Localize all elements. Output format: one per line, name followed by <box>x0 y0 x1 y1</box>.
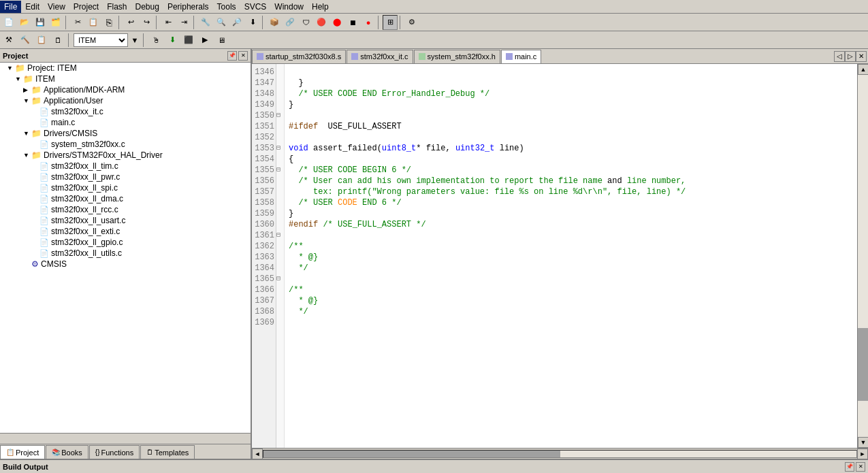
v-scroll-track[interactable] <box>858 75 868 437</box>
dropdown-btn[interactable]: ▼ <box>129 33 140 48</box>
fold-1361[interactable]: ⊟ <box>276 230 284 241</box>
editor-tab-system[interactable]: system_stm32f0xx.h <box>414 50 500 63</box>
v-scroll-up[interactable]: ▲ <box>858 64 868 75</box>
menu-help[interactable]: Help <box>308 1 333 13</box>
h-scroll-left[interactable]: ◄ <box>252 448 263 459</box>
save-btn[interactable]: 💾 <box>33 15 48 30</box>
btn-c[interactable]: 🔧 <box>198 15 213 30</box>
menu-debug[interactable]: Debug <box>131 1 163 13</box>
editor-tab-startup[interactable]: startup_stm32f030x8.s <box>252 50 346 63</box>
menu-svcs[interactable]: SVCS <box>240 1 271 13</box>
h-scroll-track[interactable] <box>263 450 857 458</box>
build-btn[interactable]: ⚒ <box>1 33 16 48</box>
sidebar-pin-btn[interactable]: 📌 <box>227 51 237 61</box>
btn-t3[interactable]: ▶ <box>197 33 212 48</box>
tree-item-pwr[interactable]: 📄 stm32f0xx_ll_pwr.c <box>0 172 251 182</box>
tab-it-label: stm32f0xx_it.c <box>360 52 408 61</box>
btn-e[interactable]: 🔎 <box>229 15 244 30</box>
fold-1365[interactable]: ⊟ <box>276 274 284 284</box>
tree-item-mdk[interactable]: ▶ 📁 Application/MDK-ARM <box>0 84 251 95</box>
tree-item-hal[interactable]: ▼ 📁 Drivers/STM32F0xx_HAL_Driver <box>0 150 251 161</box>
build-close-btn[interactable]: ✕ <box>856 462 865 472</box>
build-pin-btn[interactable]: 📌 <box>845 462 854 472</box>
menu-flash[interactable]: Flash <box>103 1 131 13</box>
tab-functions[interactable]: {} Functions <box>89 445 140 459</box>
tab-scroll-right[interactable]: ▷ <box>845 51 856 62</box>
btn-d[interactable]: 🔍 <box>214 15 229 30</box>
tab-project[interactable]: 📋 Project <box>0 445 45 459</box>
btn-m[interactable]: ● <box>361 15 376 30</box>
tree-item-it[interactable]: 📄 stm32f0xx_it.c <box>0 106 251 117</box>
btn-g[interactable]: 📦 <box>267 15 282 30</box>
fold-1350[interactable]: ⊟ <box>276 110 284 121</box>
code-line-1354: /* USER CODE BEGIN 6 */ <box>289 165 411 175</box>
tree-item-usart[interactable]: 📄 stm32f0xx_ll_usart.c <box>0 215 251 226</box>
tab-scroll-left[interactable]: ◁ <box>834 51 845 62</box>
tree-item-root[interactable]: ▼ 📁 ITEM <box>0 74 251 84</box>
btn-l[interactable]: ⏹ <box>345 15 360 30</box>
tree-item-exti[interactable]: 📄 stm32f0xx_ll_exti.c <box>0 226 251 237</box>
btn-b[interactable]: ⇥ <box>176 15 191 30</box>
tree-item-main[interactable]: 📄 main.c <box>0 117 251 128</box>
menu-edit[interactable]: Edit <box>21 1 44 13</box>
btn-t4[interactable]: 🖥 <box>214 33 229 48</box>
h-scroll-thumb[interactable] <box>263 451 560 457</box>
sep3 <box>156 16 159 29</box>
fold-1355[interactable]: ⊟ <box>276 165 284 176</box>
fold-1353[interactable]: ⊟ <box>276 143 284 154</box>
tree-item-cmsis[interactable]: ⚙ CMSIS <box>0 259 251 270</box>
btn-n[interactable]: ⊞ <box>383 15 398 30</box>
btn-h[interactable]: 🔗 <box>283 15 298 30</box>
tree-item-rcc[interactable]: 📄 stm32f0xx_ll_rcc.c <box>0 204 251 215</box>
menu-peripherals[interactable]: Peripherals <box>163 1 213 13</box>
tree-item-utils[interactable]: 📄 stm32f0xx_ll_utils.c <box>0 248 251 259</box>
target-dropdown[interactable]: ITEM <box>74 33 128 47</box>
cut-btn[interactable]: ✂ <box>70 15 85 30</box>
menubar: File Edit View Project Flash Debug Perip… <box>0 0 868 14</box>
editor-tab-main[interactable]: main.c <box>501 50 541 63</box>
btn-t2[interactable]: ⬛ <box>181 33 196 48</box>
sidebar-close-btn[interactable]: ✕ <box>238 51 248 61</box>
paste-btn[interactable]: ⎘ <box>101 15 116 30</box>
tree-item-dma[interactable]: 📄 stm32f0xx_ll_dma.c <box>0 193 251 204</box>
tree-item-tim[interactable]: 📄 stm32f0xx_ll_tim.c <box>0 161 251 172</box>
tree-item-project[interactable]: ▼ 📁 Project: ITEM <box>0 63 251 74</box>
cmsis-gear-icon: ⚙ <box>31 259 39 269</box>
tree-item-gpio[interactable]: 📄 stm32f0xx_ll_gpio.c <box>0 237 251 248</box>
btn-j[interactable]: 🔴 <box>314 15 329 30</box>
rebuild-btn[interactable]: 🔨 <box>18 33 33 48</box>
v-scroll-thumb[interactable] <box>858 328 868 400</box>
cmsis-label: CMSIS <box>41 259 67 269</box>
redo-btn[interactable]: ↪ <box>139 15 154 30</box>
code-content[interactable]: } /* USER CODE END Error_Handler_Debug *… <box>285 64 857 448</box>
save-all-btn[interactable]: 🗂️ <box>48 15 63 30</box>
btn-t1[interactable]: 🖱 <box>148 33 163 48</box>
tab-books[interactable]: 📚 Books <box>46 445 89 459</box>
btn-f[interactable]: ⬇ <box>245 15 260 30</box>
btn-i[interactable]: 🛡 <box>298 15 313 30</box>
tree-item-drvs-cmsis[interactable]: ▼ 📁 Drivers/CMSIS <box>0 128 251 139</box>
menu-window[interactable]: Window <box>270 1 308 13</box>
btn-k[interactable]: ⬤ <box>329 15 344 30</box>
tree-item-spi[interactable]: 📄 stm32f0xx_ll_spi.c <box>0 182 251 193</box>
new-btn[interactable]: 📄 <box>1 15 16 30</box>
menu-file[interactable]: File <box>0 1 21 13</box>
h-scroll-right[interactable]: ► <box>857 448 868 459</box>
tree-item-sys[interactable]: 📄 system_stm32f0xx.c <box>0 139 251 150</box>
flash-download-btn[interactable]: ⬇ <box>165 33 180 48</box>
btn-s2[interactable]: 🗒 <box>50 33 65 48</box>
menu-view[interactable]: View <box>44 1 69 13</box>
btn-s1[interactable]: 📋 <box>34 33 49 48</box>
editor-tab-it[interactable]: stm32f0xx_it.c <box>347 50 413 63</box>
menu-tools[interactable]: Tools <box>213 1 240 13</box>
menu-project[interactable]: Project <box>69 1 103 13</box>
btn-a[interactable]: ⇤ <box>161 15 176 30</box>
copy-btn[interactable]: 📋 <box>86 15 101 30</box>
open-btn[interactable]: 📂 <box>17 15 32 30</box>
settings-btn[interactable]: ⚙ <box>404 15 419 30</box>
undo-btn[interactable]: ↩ <box>123 15 138 30</box>
tab-templates[interactable]: 🗒 Templates <box>140 445 195 459</box>
tree-item-user[interactable]: ▼ 📁 Application/User <box>0 95 251 106</box>
tab-close-all-btn[interactable]: ✕ <box>856 51 867 62</box>
v-scroll-down[interactable]: ▼ <box>858 437 868 448</box>
